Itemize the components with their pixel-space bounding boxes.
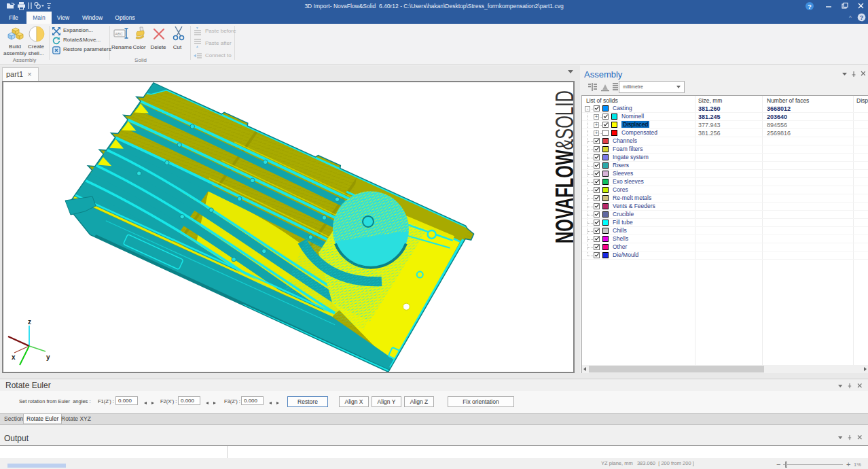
svg-text:z: z: [28, 320, 31, 326]
svg-text:?: ?: [860, 14, 864, 21]
svg-text:?: ?: [808, 3, 812, 10]
svg-text:ABC: ABC: [115, 32, 122, 36]
svg-text:x: x: [12, 353, 16, 361]
svg-text:y: y: [46, 353, 50, 361]
svg-text:NOVAFLOW&SOLID: NOVAFLOW&SOLID: [551, 90, 573, 243]
